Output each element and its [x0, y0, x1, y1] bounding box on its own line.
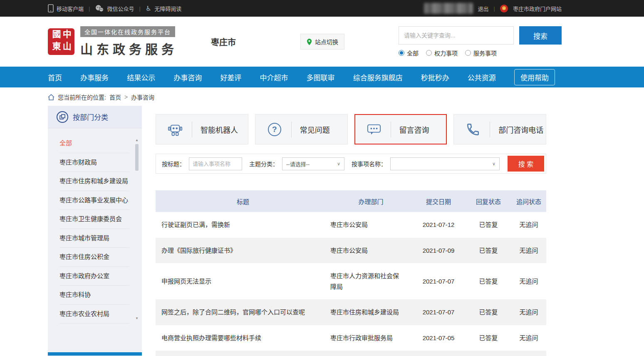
accessibility-reading-link[interactable]: ♿ 无障碍阅读 [146, 5, 181, 12]
nav-item-joint-review[interactable]: 多图联审 [307, 72, 335, 82]
sidebar-item-city-management-bureau[interactable]: 枣庄市城市管理局 [59, 229, 129, 248]
platform-tagline: 全国一体化在线政务服务平台 [80, 26, 175, 37]
filter-title-label: 按标题： [162, 159, 185, 168]
sidebar-item-agriculture-bureau[interactable]: 枣庄市农业农村局 [59, 305, 129, 324]
row-title-link[interactable]: 关于提取住房公积金的问题 [156, 351, 330, 356]
mobile-phone-icon [48, 4, 54, 12]
scroll-down-icon[interactable]: ▼ [135, 316, 139, 321]
sidebar-item-government-office[interactable]: 枣庄市政府办公室 [59, 267, 129, 286]
nav-item-agency-market[interactable]: 中介超市 [260, 72, 288, 82]
location-pin-icon [307, 38, 312, 45]
table-row: 申报网页无法显示 枣庄市人力资源和社会保障局 2021-07-07 已答复 无追… [156, 263, 546, 299]
divider [391, 122, 391, 137]
filter-title-input[interactable] [189, 157, 242, 170]
topbar: 移动客户端 | 微信公众号 | ♿ 无障碍阅读 退出 | ★ 枣庄市政府门户网站 [0, 0, 644, 17]
wechat-account-link[interactable]: 微信公众号 [95, 5, 134, 12]
sidebar-item-health-commission[interactable]: 枣庄市卫生健康委员会 [59, 210, 129, 229]
tab-department-phone-label: 部门咨询电话 [498, 124, 543, 135]
tab-smart-robot-label: 智能机器人 [201, 124, 238, 135]
nav-item-consultation[interactable]: 办事咨询 [173, 72, 202, 82]
category-select[interactable]: --请选择-- ∨ [282, 157, 344, 170]
row-department: 枣庄市公安局 [330, 212, 411, 238]
table-header-row: 标题 办理部门 提交日期 回复状态 追问状态 [156, 190, 546, 212]
table-row: 关于提取住房公积金的问题 枣庄市住房公积金 2021-07-05 已答复 无追问 [156, 351, 546, 356]
table-row: 网签之后，除了合同二维码，官网哪个入口可以查呢 枣庄市住房和城乡建设局 2021… [156, 299, 546, 325]
main-navigation: 首页 办事服务 结果公示 办事咨询 好差评 中介超市 多图联审 综合服务旗舰店 … [0, 67, 644, 87]
divider [490, 122, 490, 137]
department-category-icon [56, 111, 69, 123]
nav-item-services[interactable]: 办事服务 [80, 72, 109, 82]
chevron-down-icon: ∨ [337, 161, 340, 167]
header-search-button[interactable]: 搜索 [519, 26, 562, 45]
sidebar-item-housing-construction-bureau[interactable]: 枣庄市住房和城乡建设局 [59, 172, 129, 191]
scope-radio-power-items[interactable]: 权力事项 [426, 49, 458, 57]
nav-item-instant-approval[interactable]: 秒批秒办 [421, 72, 449, 82]
sidebar-scrollbar[interactable]: ▲ ▼ [135, 138, 139, 321]
tab-smart-robot[interactable]: 智能机器人 [156, 114, 248, 144]
row-date: 2021-07-05 [411, 351, 466, 356]
row-followup-status: 无追问 [511, 299, 546, 325]
chevron-down-icon: ∨ [492, 161, 495, 167]
breadcrumb-current: 办事咨询 [131, 93, 154, 101]
nav-item-public-resources[interactable]: 公共资源 [468, 72, 496, 82]
row-title-link[interactable]: 办理《国际旅行健康证书》 [156, 238, 330, 264]
site-header: 中國 山東 全国一体化在线政务服务平台 山东政务服务 枣庄市 站点切换 搜索 [0, 17, 644, 67]
sidebar-item-all[interactable]: 全部 [59, 134, 129, 153]
row-title-link[interactable]: 电商营业执照办理需要哪些材料手续 [156, 325, 330, 351]
filter-search-button[interactable]: 搜 索 [508, 156, 544, 172]
row-reply-status: 已答复 [466, 299, 511, 325]
username-redacted [424, 3, 473, 14]
national-emblem-icon: ★ [500, 5, 508, 12]
row-date: 2021-07-05 [411, 325, 466, 351]
sidebar-item-highway-center[interactable]: 枣庄市公路事业发展中心 [59, 191, 129, 210]
tab-faq[interactable]: ? 常见问题 [255, 114, 348, 144]
sidebar-item-science-association[interactable]: 枣庄市科协 [59, 286, 129, 305]
city-portal-link[interactable]: 枣庄市政府门户网站 [513, 5, 562, 12]
row-title-link[interactable]: 网签之后，除了合同二维码，官网哪个入口可以查呢 [156, 299, 330, 325]
divider: | [139, 5, 140, 12]
item-name-select[interactable]: ∨ [390, 157, 500, 170]
breadcrumb-home-link[interactable]: 首页 [109, 93, 121, 101]
row-reply-status: 已答复 [466, 238, 511, 264]
scroll-up-icon[interactable]: ▲ [135, 138, 139, 142]
category-select-value: --请选择-- [286, 160, 310, 168]
divider: | [494, 5, 495, 12]
nav-item-help[interactable]: 使用帮助 [514, 69, 555, 85]
mobile-client-link[interactable]: 移动客户端 [48, 4, 84, 12]
site-switch-button[interactable]: 站点切换 [300, 34, 344, 50]
site-logo[interactable]: 中國 山東 全国一体化在线政务服务平台 山东政务服务 [48, 26, 178, 57]
wechat-label: 微信公众号 [107, 5, 134, 12]
row-title-link[interactable]: 行驶证副页已满，需换新 [156, 212, 330, 238]
tab-message-consult[interactable]: 留言咨询 [354, 114, 447, 144]
scope-service-label: 服务事项 [473, 49, 497, 57]
divider [291, 122, 292, 137]
filter-category-label: 主题分类： [249, 159, 278, 168]
scope-radio-service-items[interactable]: 服务事项 [465, 49, 497, 57]
nav-item-results[interactable]: 结果公示 [127, 72, 155, 82]
nav-item-home[interactable]: 首页 [48, 72, 62, 82]
row-title-link[interactable]: 申报网页无法显示 [156, 263, 330, 299]
tab-department-phone[interactable]: 部门咨询电话 [453, 114, 546, 144]
message-table: 标题 办理部门 提交日期 回复状态 追问状态 行驶证副页已满，需换新 枣庄市公安… [156, 190, 546, 356]
scope-radio-all[interactable]: 全部 [399, 49, 419, 57]
scrollbar-thumb[interactable] [135, 144, 139, 171]
keyword-search-input[interactable] [399, 26, 514, 45]
radio-selected-icon [399, 50, 404, 56]
site-name: 山东政务服务 [80, 39, 178, 57]
row-reply-status: 已答复 [466, 263, 511, 299]
filter-bar: 按标题： 主题分类： --请选择-- ∨ 按事项名称： ∨ 搜 索 [156, 154, 546, 174]
scope-power-label: 权力事项 [434, 49, 458, 57]
nav-item-rating[interactable]: 好差评 [220, 72, 241, 82]
nav-item-flagship-store[interactable]: 综合服务旗舰店 [353, 72, 403, 82]
sidebar-item-housing-fund[interactable]: 枣庄市住房公积金 [59, 248, 129, 267]
sidebar-item-finance-bureau[interactable]: 枣庄市财政局 [59, 153, 129, 172]
row-followup-status: 无追问 [511, 263, 546, 299]
row-date: 2021-07-07 [411, 263, 466, 299]
row-department: 枣庄市公安局 [330, 238, 411, 264]
consult-tab-row: 智能机器人 ? 常见问题 留言咨询 部门咨询电话 [156, 114, 546, 144]
filter-item-label: 按事项名称： [352, 159, 386, 168]
table-row: 电商营业执照办理需要哪些材料手续 枣庄市行政审批服务局 2021-07-05 已… [156, 325, 546, 351]
logout-link[interactable]: 退出 [478, 5, 489, 12]
col-header-department: 办理部门 [330, 190, 411, 212]
accessibility-icon: ♿ [146, 5, 151, 12]
